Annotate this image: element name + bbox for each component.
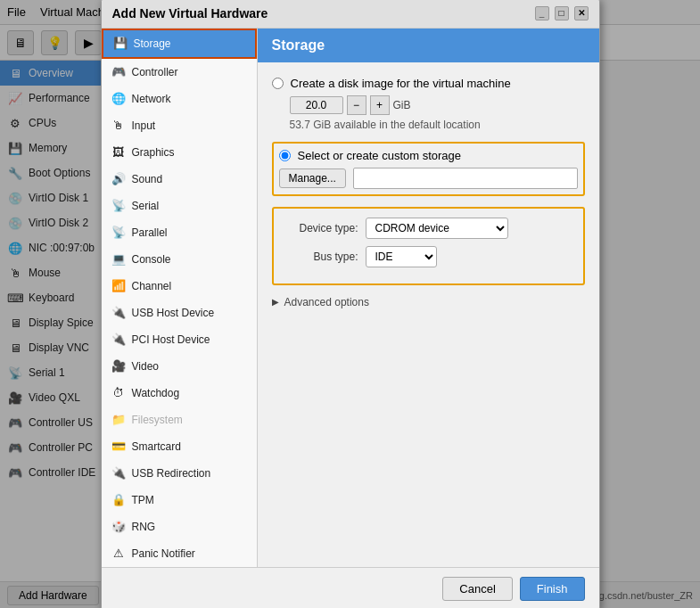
- disk-size-increase-button[interactable]: +: [370, 95, 390, 115]
- modal-left-panel: 💾 Storage 🎮 Controller 🌐 Network 🖱 Input: [102, 29, 258, 567]
- modal-item-label: PCI Host Device: [132, 333, 210, 346]
- gib-label: GiB: [393, 99, 411, 111]
- modal-item-tpm[interactable]: 🔒 TPM: [102, 487, 257, 514]
- modal-item-usb-host[interactable]: 🔌 USB Host Device: [102, 300, 257, 326]
- manage-row: Manage...: [279, 168, 578, 189]
- modal-maximize-button[interactable]: □: [555, 6, 569, 21]
- modal-item-input[interactable]: 🖱 Input: [102, 112, 257, 139]
- network-icon: 🌐: [111, 91, 127, 107]
- modal-item-serial[interactable]: 📡 Serial: [102, 193, 257, 219]
- modal-close-button[interactable]: ✕: [574, 6, 589, 21]
- pci-host-icon: 🔌: [111, 332, 127, 348]
- modal-item-parallel[interactable]: 📡 Parallel: [102, 219, 257, 246]
- modal-item-label: Console: [132, 253, 171, 266]
- app-window: File Virtual Machine 🖥 💡 ▶ 🖥 Overview 📈 …: [0, 0, 700, 608]
- modal-item-video[interactable]: 🎥 Video: [102, 353, 257, 380]
- modal-item-filesystem[interactable]: 📁 Filesystem: [102, 407, 257, 433]
- create-disk-label: Create a disk image for the virtual mach…: [291, 77, 511, 90]
- disk-size-decrease-button[interactable]: −: [347, 95, 366, 115]
- modal-item-label: Smartcard: [132, 440, 181, 453]
- modal-item-sound[interactable]: 🔊 Sound: [102, 166, 257, 193]
- modal-item-label: Panic Notifier: [132, 547, 195, 560]
- create-disk-radio[interactable]: [272, 78, 284, 89]
- console-icon: 💻: [111, 251, 127, 267]
- modal-item-label: Input: [132, 119, 156, 132]
- modal-item-label: Storage: [134, 37, 171, 50]
- graphics-icon: 🖼: [111, 144, 127, 160]
- modal-footer: Cancel Finish: [102, 567, 599, 609]
- custom-storage-radio-row: Select or create custom storage: [279, 149, 578, 162]
- input-icon: 🖱: [111, 118, 127, 134]
- modal-item-storage[interactable]: 💾 Storage: [102, 29, 257, 59]
- custom-storage-label: Select or create custom storage: [298, 149, 462, 162]
- modal-item-panic[interactable]: ⚠ Panic Notifier: [102, 540, 257, 567]
- rng-icon: 🎲: [111, 519, 127, 535]
- disk-size-input[interactable]: 20.0: [290, 96, 343, 114]
- modal-item-network[interactable]: 🌐 Network: [102, 86, 257, 112]
- modal-item-label: Watchdog: [132, 387, 180, 399]
- cancel-button[interactable]: Cancel: [442, 577, 512, 601]
- modal-dialog: Add New Virtual Hardware _ □ ✕ 💾 Storage…: [101, 0, 600, 608]
- device-type-row: Device type: CDROM device Disk device Fl…: [283, 218, 574, 239]
- modal-item-channel[interactable]: 📶 Channel: [102, 273, 257, 300]
- controller-icon: 🎮: [111, 64, 127, 80]
- modal-item-label: Video: [132, 360, 159, 373]
- manage-button[interactable]: Manage...: [279, 168, 346, 188]
- custom-storage-section: Select or create custom storage Manage..…: [272, 142, 585, 196]
- modal-item-label: Parallel: [132, 226, 168, 239]
- modal-right-content: Create a disk image for the virtual mach…: [258, 62, 599, 567]
- advanced-options-label: Advanced options: [284, 296, 369, 308]
- modal-item-label: USB Redirection: [132, 467, 211, 480]
- finish-button[interactable]: Finish: [520, 577, 585, 601]
- modal-overlay: Add New Virtual Hardware _ □ ✕ 💾 Storage…: [0, 0, 700, 608]
- modal-item-watchdog[interactable]: ⏱ Watchdog: [102, 380, 257, 407]
- advanced-arrow-icon: ▶: [272, 297, 279, 307]
- modal-item-controller[interactable]: 🎮 Controller: [102, 59, 257, 86]
- modal-minimize-button[interactable]: _: [535, 6, 549, 21]
- modal-item-label: Serial: [132, 200, 160, 212]
- modal-item-label: TPM: [132, 494, 154, 506]
- modal-right-header: Storage: [258, 29, 599, 62]
- modal-item-usb-redirect[interactable]: 🔌 USB Redirection: [102, 460, 257, 487]
- custom-path-input[interactable]: [353, 168, 578, 189]
- advanced-options-row[interactable]: ▶ Advanced options: [272, 296, 585, 308]
- smartcard-icon: 💳: [111, 439, 127, 455]
- available-space-text: 53.7 GiB available in the default locati…: [290, 119, 585, 131]
- channel-icon: 📶: [111, 278, 127, 294]
- disk-size-row: 20.0 − + GiB: [290, 95, 585, 115]
- storage-header-label: Storage: [272, 37, 325, 53]
- device-type-label: Device type:: [283, 222, 358, 234]
- modal-item-label: Controller: [132, 66, 178, 78]
- modal-body: 💾 Storage 🎮 Controller 🌐 Network 🖱 Input: [102, 29, 599, 567]
- sound-icon: 🔊: [111, 171, 127, 187]
- custom-storage-radio[interactable]: [279, 150, 291, 161]
- modal-item-label: Graphics: [132, 146, 175, 159]
- modal-item-pci-host[interactable]: 🔌 PCI Host Device: [102, 326, 257, 353]
- create-disk-row: Create a disk image for the virtual mach…: [272, 77, 585, 90]
- modal-item-rng[interactable]: 🎲 RNG: [102, 514, 257, 540]
- panic-icon: ⚠: [111, 546, 127, 562]
- usb-redirect-icon: 🔌: [111, 465, 127, 481]
- modal-item-label: Network: [132, 93, 171, 105]
- create-disk-radio-group: Create a disk image for the virtual mach…: [272, 77, 585, 131]
- modal-right-panel: Storage Create a disk image for the virt…: [258, 29, 599, 567]
- modal-item-graphics[interactable]: 🖼 Graphics: [102, 139, 257, 166]
- modal-titlebar-buttons: _ □ ✕: [535, 6, 589, 21]
- storage-icon: 💾: [112, 36, 128, 52]
- bus-type-select[interactable]: IDE SCSI VirtIO SATA: [366, 246, 437, 267]
- bus-type-row: Bus type: IDE SCSI VirtIO SATA: [283, 246, 574, 267]
- serial-left-icon: 📡: [111, 198, 127, 214]
- parallel-icon: 📡: [111, 225, 127, 241]
- device-type-select[interactable]: CDROM device Disk device Floppy device: [366, 218, 508, 239]
- modal-item-smartcard[interactable]: 💳 Smartcard: [102, 433, 257, 460]
- bus-type-label: Bus type:: [283, 251, 358, 263]
- modal-item-console[interactable]: 💻 Console: [102, 246, 257, 273]
- modal-title: Add New Virtual Hardware: [112, 6, 268, 21]
- modal-item-label: Channel: [132, 280, 172, 292]
- modal-item-label: RNG: [132, 521, 156, 533]
- filesystem-icon: 📁: [111, 412, 127, 428]
- video-icon: 🎥: [111, 358, 127, 374]
- modal-item-label: Sound: [132, 173, 163, 185]
- modal-titlebar: Add New Virtual Hardware _ □ ✕: [102, 0, 599, 29]
- watchdog-icon: ⏱: [111, 385, 127, 401]
